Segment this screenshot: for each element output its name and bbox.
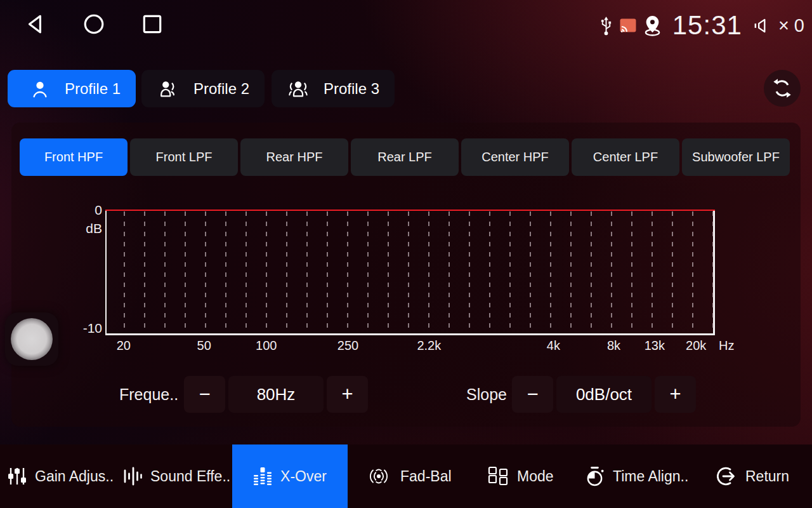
gain-icon xyxy=(8,467,27,486)
floating-knob-widget[interactable] xyxy=(5,312,58,366)
x-tick-label: 20k xyxy=(686,338,706,353)
gridline xyxy=(266,211,267,333)
x-tick-label: 13k xyxy=(645,338,665,353)
frequency-label: Freque.. xyxy=(119,376,178,413)
response-curve xyxy=(105,210,715,211)
refresh-button[interactable] xyxy=(764,70,801,107)
gridline xyxy=(489,211,490,333)
frequency-response-chart xyxy=(105,210,715,335)
volume-muted-icon xyxy=(753,17,770,34)
gridline xyxy=(449,211,450,333)
user-icon xyxy=(30,79,49,98)
frequency-minus-button[interactable]: − xyxy=(184,376,225,413)
profile-2-button[interactable]: Profile 2 xyxy=(141,70,265,107)
recents-icon xyxy=(141,13,164,36)
status-icons: 15:31 × 0 xyxy=(599,9,804,42)
channel-filter-tabs: Front HPF Front LPF Rear HPF Rear LPF Ce… xyxy=(20,138,790,176)
tab-subwoofer-lpf[interactable]: Subwoofer LPF xyxy=(682,138,790,176)
nav-xover[interactable]: X-Over xyxy=(232,444,348,508)
volume-level: × 0 xyxy=(778,15,804,36)
x-tick-label: 250 xyxy=(337,338,358,353)
back-icon xyxy=(24,13,47,36)
gridline xyxy=(712,211,714,333)
home-icon xyxy=(82,13,105,36)
profile-3-button[interactable]: Profile 3 xyxy=(272,70,395,107)
x-tick-label: 8k xyxy=(607,338,620,353)
profile-1-label: Profile 1 xyxy=(65,80,121,98)
gridline xyxy=(286,211,287,333)
fader-balance-icon xyxy=(365,467,392,486)
usb-icon xyxy=(599,16,613,36)
recents-button[interactable] xyxy=(140,11,165,37)
xover-panel: Front HPF Front LPF Rear HPF Rear LPF Ce… xyxy=(11,123,801,427)
location-icon xyxy=(643,15,662,36)
gridline xyxy=(672,211,673,333)
gridline xyxy=(144,211,145,333)
status-bar: 15:31 × 0 xyxy=(0,0,812,51)
home-button[interactable] xyxy=(81,11,107,37)
gridline xyxy=(591,211,592,333)
users-2-icon xyxy=(158,79,178,98)
back-button[interactable] xyxy=(23,11,48,37)
tab-center-lpf[interactable]: Center LPF xyxy=(572,138,679,176)
equalizer-icon xyxy=(253,467,272,486)
y-axis-bottom-label: -10 xyxy=(72,321,102,336)
slope-minus-button[interactable]: − xyxy=(512,376,553,413)
x-axis-unit-label: Hz xyxy=(719,338,734,353)
tab-front-hpf[interactable]: Front HPF xyxy=(20,138,128,176)
x-tick-label: 2.2k xyxy=(417,338,441,353)
y-axis-unit-label: dB xyxy=(77,221,102,236)
profile-2-label: Profile 2 xyxy=(193,80,249,98)
gridline xyxy=(550,211,551,333)
gridline xyxy=(164,211,166,333)
clock: 15:31 xyxy=(672,10,742,41)
nav-mode[interactable]: Mode xyxy=(487,444,554,508)
gridline xyxy=(570,211,572,333)
knob-icon xyxy=(11,318,53,360)
x-tick-label: 4k xyxy=(547,338,560,353)
gridline xyxy=(225,211,226,333)
gridline xyxy=(692,211,693,333)
gridline xyxy=(388,211,389,333)
return-icon xyxy=(717,466,737,486)
gridline xyxy=(469,211,470,333)
nav-gain-adjust[interactable]: Gain Adjus.. xyxy=(8,444,114,508)
cast-icon xyxy=(620,18,636,32)
nav-fad-label: Fad-Bal xyxy=(400,468,452,485)
frequency-plus-button[interactable]: + xyxy=(327,376,368,413)
slope-value: 0dB/oct xyxy=(556,376,652,413)
gridline xyxy=(347,211,348,333)
nav-time-align[interactable]: Time Align.. xyxy=(585,444,688,508)
nav-fad-bal[interactable]: Fad-Bal xyxy=(365,444,452,508)
gridline xyxy=(428,211,429,333)
gridline xyxy=(205,211,206,333)
gridline xyxy=(631,211,632,333)
profile-1-button[interactable]: Profile 1 xyxy=(8,70,136,107)
x-tick-label: 50 xyxy=(197,338,211,353)
gridline xyxy=(327,211,328,333)
stopwatch-icon xyxy=(585,466,605,487)
sound-effect-icon xyxy=(123,467,142,486)
x-tick-label: 100 xyxy=(256,338,277,353)
profile-3-label: Profile 3 xyxy=(324,80,379,98)
nav-time-label: Time Align.. xyxy=(613,468,688,485)
tab-rear-lpf[interactable]: Rear LPF xyxy=(351,138,459,176)
chart-x-ticks: 20501002502.2k4k8k13k20k xyxy=(105,338,715,355)
gridline xyxy=(530,211,531,333)
nav-sound-effect[interactable]: Sound Effe.. xyxy=(123,444,230,508)
tab-center-hpf[interactable]: Center HPF xyxy=(461,138,569,176)
gridline xyxy=(367,211,369,333)
refresh-icon xyxy=(771,77,793,99)
gridline xyxy=(509,211,511,333)
nav-return[interactable]: Return xyxy=(717,444,789,508)
slope-label: Slope xyxy=(466,376,507,413)
nav-return-label: Return xyxy=(745,468,789,485)
slope-plus-button[interactable]: + xyxy=(655,376,696,413)
gridline xyxy=(652,211,653,333)
gridline xyxy=(185,211,186,333)
nav-gain-label: Gain Adjus.. xyxy=(35,468,114,485)
tab-front-lpf[interactable]: Front LPF xyxy=(130,138,238,176)
tab-rear-hpf[interactable]: Rear HPF xyxy=(240,138,348,176)
y-axis-top-label: 0 xyxy=(77,203,102,218)
mode-icon xyxy=(487,466,509,486)
